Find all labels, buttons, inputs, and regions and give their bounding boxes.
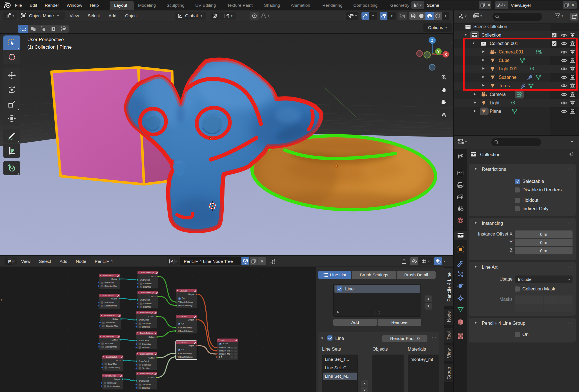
svg-text:Z: Z [431,39,433,42]
svg-text:X: X [445,53,447,57]
svg-text:Y: Y [437,50,440,54]
